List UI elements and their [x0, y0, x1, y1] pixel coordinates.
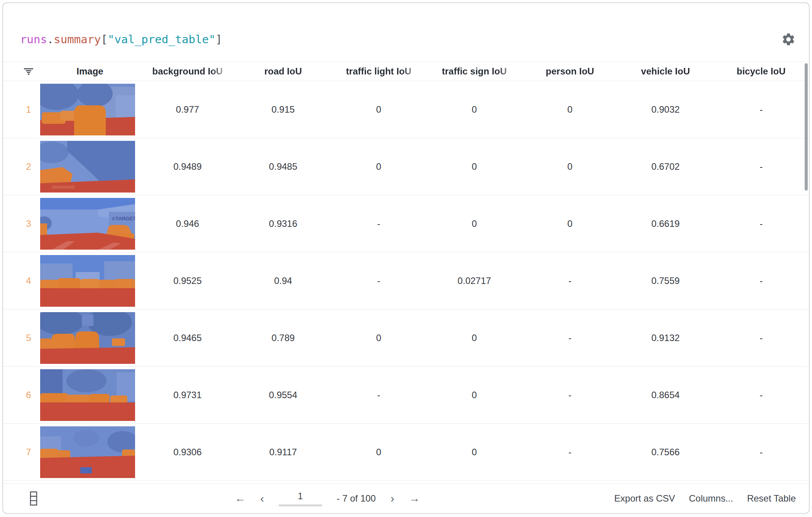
cell-bicycle-iou: - [713, 390, 809, 400]
code-object: runs [20, 33, 47, 46]
cell-background-iou: 0.946 [140, 218, 235, 229]
cell-traffic-sign-iou: 0 [426, 218, 522, 229]
cell-traffic-light-iou: - [331, 218, 426, 229]
previous-page-chevron-icon[interactable]: ‹ [260, 493, 264, 504]
row-index: 6 [17, 390, 40, 400]
cell-traffic-light-iou: - [331, 390, 426, 400]
row-index: 1 [17, 104, 40, 115]
cell-traffic-sign-iou: 0 [426, 390, 522, 400]
cell-road-iou: 0.9485 [235, 161, 331, 172]
table-row: 3 ©TARGET 0.946 0.9316 - 0 0 0.6619 - [3, 195, 809, 252]
segmentation-thumbnail[interactable] [40, 84, 135, 135]
cell-traffic-sign-iou: 0.02717 [426, 275, 522, 286]
row-index: 2 [17, 161, 40, 172]
column-header-image[interactable]: Image [40, 66, 140, 77]
cell-bicycle-iou: - [713, 104, 809, 115]
cell-person-iou: - [522, 447, 618, 458]
segmentation-thumbnail[interactable] [40, 141, 135, 193]
cell-traffic-sign-iou: 0 [426, 447, 522, 458]
column-header-background-iou[interactable]: background IoU [140, 66, 235, 77]
cell-person-iou: 0 [522, 218, 618, 229]
segmentation-thumbnail[interactable]: ©TARGET [40, 198, 135, 250]
cell-vehicle-iou: 0.6702 [618, 161, 714, 172]
table-row: 6 0.9731 0.9554 - 0 - 0.8654 - [3, 367, 809, 424]
cell-person-iou: - [522, 333, 618, 343]
cell-road-iou: 0.915 [235, 104, 331, 115]
cell-road-iou: 0.9316 [235, 218, 331, 229]
page-number-input[interactable] [279, 490, 322, 506]
table-panel: runs.summary["val_pred_table"] Image bac… [2, 2, 810, 514]
cell-traffic-sign-iou: 0 [426, 161, 522, 172]
scrollbar-thumb[interactable] [805, 63, 808, 191]
column-header-person-iou[interactable]: person IoU [522, 66, 618, 77]
column-header-bicycle-iou[interactable]: bicycle IoU [713, 66, 809, 77]
cell-bicycle-iou: - [713, 275, 809, 286]
cell-background-iou: 0.9731 [140, 390, 235, 400]
cell-road-iou: 0.9554 [235, 390, 331, 400]
cell-background-iou: 0.977 [140, 104, 235, 115]
cell-road-iou: 0.9117 [235, 447, 331, 458]
svg-text:©TARGET: ©TARGET [112, 216, 135, 221]
export-csv-button[interactable]: Export as CSV [614, 493, 675, 504]
cell-person-iou: 0 [522, 104, 618, 115]
cell-road-iou: 0.94 [235, 275, 331, 286]
cell-person-iou: - [522, 275, 618, 286]
panel-header: runs.summary["val_pred_table"] [3, 3, 809, 62]
cell-bicycle-iou: - [713, 161, 809, 172]
pagination: ← ‹ - 7 of 100 › → [235, 490, 420, 506]
code-open-bracket: [ [101, 33, 108, 46]
panel-title-code: runs.summary["val_pred_table"] [20, 33, 222, 46]
cell-background-iou: 0.9525 [140, 275, 235, 286]
segmentation-thumbnail[interactable] [40, 426, 135, 478]
cell-traffic-light-iou: 0 [331, 104, 426, 115]
table-footer: ← ‹ - 7 of 100 › → Export as CSV Columns… [3, 483, 809, 513]
code-dot: . [47, 33, 54, 46]
vertical-scrollbar[interactable] [804, 63, 808, 476]
first-page-arrow-icon[interactable]: ← [235, 493, 245, 504]
table-row: 7 0.9306 0.9117 0 0 - 0.7566 - [3, 424, 809, 481]
cell-traffic-light-iou: 0 [331, 447, 426, 458]
filter-icon[interactable] [17, 68, 40, 75]
row-index: 5 [17, 333, 40, 343]
row-index: 3 [17, 218, 40, 229]
cell-person-iou: 0 [522, 161, 618, 172]
cell-traffic-sign-iou: 0 [426, 333, 522, 343]
cell-person-iou: - [522, 390, 618, 400]
reset-table-button[interactable]: Reset Table [747, 493, 796, 504]
cell-bicycle-iou: - [713, 447, 809, 458]
cell-traffic-light-iou: - [331, 275, 426, 286]
footer-actions: Export as CSV Columns... Reset Table [614, 493, 796, 504]
cell-vehicle-iou: 0.8654 [618, 390, 714, 400]
code-attr: summary [54, 33, 101, 46]
gear-icon[interactable] [781, 32, 796, 47]
column-header-traffic-sign-iou[interactable]: traffic sign IoU [426, 66, 522, 77]
cell-vehicle-iou: 0.7559 [618, 275, 714, 286]
page-range-label: - 7 of 100 [337, 493, 376, 504]
cell-background-iou: 0.9489 [140, 161, 235, 172]
cell-background-iou: 0.9465 [140, 333, 235, 343]
column-header-traffic-light-iou[interactable]: traffic light IoU [331, 66, 426, 77]
segmentation-thumbnail[interactable] [40, 255, 135, 307]
column-header-road-iou[interactable]: road IoU [235, 66, 331, 77]
row-index: 7 [17, 447, 40, 458]
columns-button[interactable]: Columns... [689, 493, 733, 504]
cell-vehicle-iou: 0.6619 [618, 218, 714, 229]
segmentation-thumbnail[interactable] [40, 369, 135, 421]
table-row: 2 0.9489 0.9485 0 0 0 0.6702 - [3, 138, 809, 195]
next-page-chevron-icon[interactable]: › [391, 493, 394, 504]
table-header-row: Image background IoU road IoU traffic li… [3, 62, 809, 81]
cell-vehicle-iou: 0.9132 [618, 333, 714, 343]
rows-icon[interactable] [29, 491, 38, 506]
code-close-bracket: ] [215, 33, 222, 46]
cell-traffic-sign-iou: 0 [426, 104, 522, 115]
table-row: 5 0.9465 0.789 0 0 - 0.9132 - [3, 309, 809, 367]
cell-background-iou: 0.9306 [140, 447, 235, 458]
cell-bicycle-iou: - [713, 333, 809, 343]
table-row: 4 0.9525 0.94 - 0.02717 - 0.7559 - [3, 252, 809, 309]
last-page-arrow-icon[interactable]: → [409, 493, 420, 504]
table-row: 1 0.977 0.915 0 0 0 0.9032 - [3, 81, 809, 138]
segmentation-thumbnail[interactable] [40, 312, 135, 364]
column-header-vehicle-iou[interactable]: vehicle IoU [618, 66, 714, 77]
cell-traffic-light-iou: 0 [331, 161, 426, 172]
cell-vehicle-iou: 0.9032 [618, 104, 714, 115]
